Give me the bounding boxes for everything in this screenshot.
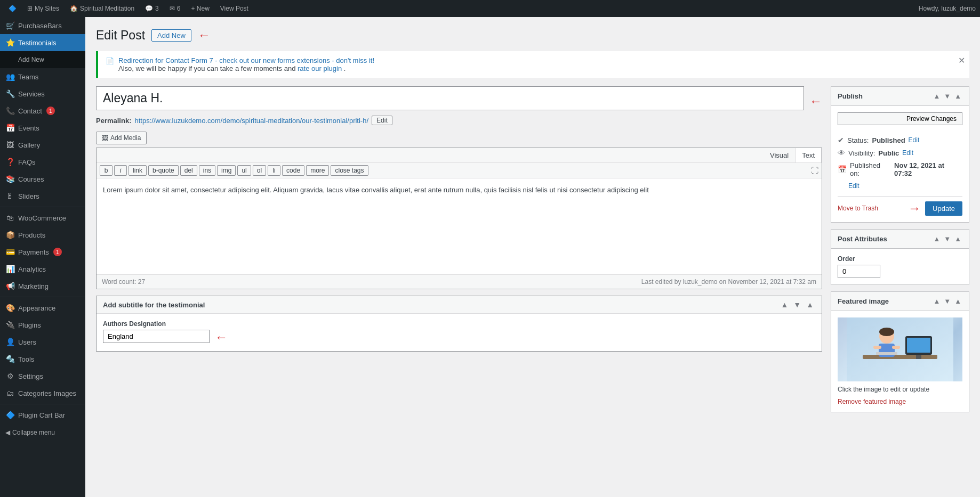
- collapse-menu-button[interactable]: ◀ Collapse menu: [0, 423, 85, 442]
- featured-image-content: Click the image to edit or update Remove…: [831, 311, 969, 412]
- sidebar-item-analytics[interactable]: 📊 Analytics: [0, 260, 85, 278]
- toolbar-close-tags[interactable]: close tags: [331, 165, 368, 176]
- preview-changes-button[interactable]: Preview Changes: [838, 112, 962, 125]
- sidebar-item-faqs[interactable]: ❓ FAQs: [0, 153, 85, 170]
- toolbar-ol[interactable]: ol: [253, 165, 266, 176]
- view-post-link[interactable]: View Post: [216, 0, 253, 17]
- payments-icon: 💳: [5, 248, 15, 256]
- toolbar-li[interactable]: li: [268, 165, 280, 176]
- post-attributes-content: Order: [831, 249, 969, 284]
- add-new-button[interactable]: Add New: [151, 29, 191, 42]
- toolbar-expand-button[interactable]: ⛶: [811, 166, 818, 175]
- tab-text[interactable]: Text: [795, 148, 822, 162]
- plugin-cart-bar-label: Plugin Cart Bar: [18, 411, 65, 419]
- order-input[interactable]: [838, 265, 880, 278]
- add-media-button[interactable]: 🖼 Add Media: [96, 132, 147, 144]
- notice-banner: 📄 Redirection for Contact Form 7 - check…: [96, 51, 969, 78]
- sidebar-item-products[interactable]: 📦 Products: [0, 226, 85, 243]
- toolbar-b[interactable]: b: [100, 165, 113, 176]
- post-attributes-title: Post Attributes: [838, 235, 887, 243]
- toolbar-del[interactable]: del: [180, 165, 197, 176]
- toolbar-i[interactable]: i: [114, 165, 127, 176]
- faqs-label: FAQs: [18, 158, 36, 166]
- tools-icon: 🔩: [5, 355, 15, 363]
- sidebar-item-appearance[interactable]: 🎨 Appearance: [0, 299, 85, 316]
- sidebar-item-payments[interactable]: 💳 Payments 1: [0, 243, 85, 260]
- tab-visual[interactable]: Visual: [764, 148, 795, 162]
- sidebar-item-tools[interactable]: 🔩 Tools: [0, 351, 85, 368]
- publish-down-button[interactable]: ▼: [943, 92, 952, 100]
- sidebar-item-plugins[interactable]: 🔌 Plugins: [0, 316, 85, 333]
- publish-widget-title: Publish: [838, 92, 863, 100]
- post-attr-down-button[interactable]: ▼: [943, 235, 952, 243]
- featured-image-thumbnail[interactable]: [838, 317, 962, 381]
- status-edit-link[interactable]: Edit: [909, 136, 920, 144]
- my-sites-menu[interactable]: ⊞ My Sites: [23, 0, 63, 17]
- toolbar-link[interactable]: link: [128, 165, 147, 176]
- notice-close-button[interactable]: ✕: [958, 55, 965, 66]
- toolbar-code[interactable]: code: [282, 165, 304, 176]
- permalink-url[interactable]: https://www.luzukdemo.com/demo/spiritual…: [134, 117, 368, 125]
- toolbar-img[interactable]: img: [217, 165, 236, 176]
- events-label: Events: [18, 124, 39, 132]
- sidebar-item-courses[interactable]: 📚 Courses: [0, 170, 85, 188]
- sidebar-item-categories-images[interactable]: 🗂 Categories Images: [0, 385, 85, 402]
- permalink-edit-button[interactable]: Edit: [372, 116, 392, 125]
- toolbar-b-quote[interactable]: b-quote: [148, 165, 179, 176]
- authors-designation-label: Authors Designation: [103, 320, 210, 328]
- new-content-menu[interactable]: + New: [187, 0, 213, 17]
- toolbar-ul[interactable]: ul: [237, 165, 251, 176]
- editor-wrapper: Visual Text b i link b-quote del ins img…: [96, 148, 822, 289]
- sidebar-item-settings[interactable]: ⚙ Settings: [0, 368, 85, 385]
- testimonials-add-new[interactable]: Add New: [0, 53, 85, 66]
- publish-up-button[interactable]: ▲: [932, 92, 941, 100]
- feat-img-up-button[interactable]: ▲: [932, 297, 941, 305]
- move-to-trash-link[interactable]: Move to Trash: [838, 205, 878, 212]
- meta-box-down-button[interactable]: ▼: [792, 300, 802, 309]
- post-editor: ← Permalink: https://www.luzukdemo.com/d…: [96, 86, 822, 419]
- notice-link[interactable]: Redirection for Contact Form 7 - check o…: [118, 56, 374, 64]
- editor-content-area[interactable]: Lorem ipsum dolor sit amet, consectetur …: [97, 178, 822, 274]
- sidebar-item-teams[interactable]: 👥 Teams: [0, 68, 85, 85]
- visibility-icon: 👁: [838, 149, 845, 157]
- sidebar-item-testimonials[interactable]: ⭐ Testimonials: [0, 34, 85, 51]
- meta-box-up-button[interactable]: ▲: [779, 300, 790, 309]
- authors-designation-input[interactable]: [103, 330, 210, 343]
- status-row: ✔ Status: Published Edit: [838, 136, 962, 144]
- sidebar-item-events[interactable]: 📅 Events: [0, 119, 85, 136]
- svg-rect-7: [879, 344, 895, 357]
- sidebar-item-gallery[interactable]: 🖼 Gallery: [0, 136, 85, 153]
- add-media-icon: 🖼: [102, 134, 108, 142]
- plugin-cart-icon: 🔷: [5, 411, 15, 419]
- remove-featured-image-link[interactable]: Remove featured image: [838, 398, 906, 405]
- post-attr-collapse-button[interactable]: ▲: [953, 235, 962, 243]
- sidebar-item-sliders[interactable]: 🎚 Sliders: [0, 188, 85, 205]
- publish-collapse-button[interactable]: ▲: [953, 92, 962, 100]
- toolbar-more[interactable]: more: [306, 165, 329, 176]
- purchase-bars-icon: 🛒: [5, 21, 15, 30]
- toolbar-ins[interactable]: ins: [199, 165, 215, 176]
- sidebar-item-users[interactable]: 👤 Users: [0, 333, 85, 351]
- sidebar-item-marketing[interactable]: 📢 Marketing: [0, 278, 85, 295]
- sidebar-item-woocommerce[interactable]: 🛍 WooCommerce: [0, 209, 85, 226]
- post-title-input[interactable]: [96, 86, 804, 110]
- messages-menu[interactable]: ✉ 6: [165, 0, 185, 17]
- published-on-edit-link[interactable]: Edit: [848, 182, 859, 190]
- sidebar-item-purchase-bars[interactable]: 🛒 PurchaseBars: [0, 17, 85, 34]
- wp-logo[interactable]: 🔷: [4, 0, 21, 17]
- notice-rate-link[interactable]: rate our plugin: [298, 64, 342, 72]
- site-name-menu[interactable]: 🏠 Spiritual Meditation: [66, 0, 139, 17]
- post-attr-up-button[interactable]: ▲: [932, 235, 941, 243]
- teams-label: Teams: [18, 73, 38, 81]
- feat-img-down-button[interactable]: ▼: [943, 297, 952, 305]
- sidebar-item-services[interactable]: 🔧 Services: [0, 85, 85, 102]
- visibility-edit-link[interactable]: Edit: [902, 149, 913, 157]
- sidebar-item-plugin-cart-bar[interactable]: 🔷 Plugin Cart Bar: [0, 406, 85, 423]
- status-label: Status:: [847, 136, 869, 144]
- comments-menu[interactable]: 💬 3: [141, 0, 163, 17]
- meta-box-collapse-button[interactable]: ▲: [805, 300, 815, 309]
- update-button[interactable]: Update: [925, 201, 962, 216]
- contact-icon: 📞: [5, 107, 15, 115]
- sidebar-item-contact[interactable]: 📞 Contact 1: [0, 102, 85, 119]
- feat-img-collapse-button[interactable]: ▲: [953, 297, 962, 305]
